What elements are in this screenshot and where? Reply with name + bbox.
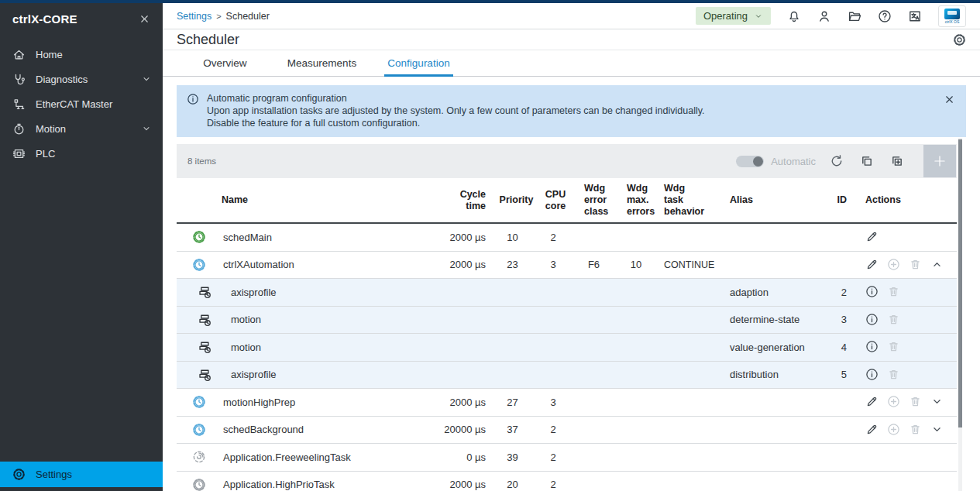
cell-alias: determine-state [722, 314, 825, 325]
cell-type-icon [177, 285, 222, 299]
table-subrow[interactable]: axisprofiledistribution5 [177, 362, 957, 390]
breadcrumb-separator: > [216, 12, 221, 21]
operating-state-dropdown[interactable]: Operating [696, 7, 771, 25]
cell-name: motionHighPrep [222, 397, 442, 408]
tab-overview[interactable]: Overview [177, 50, 273, 76]
sidebar-item-plc[interactable]: PLC [0, 141, 163, 166]
task-clock-icon [192, 423, 206, 437]
table-row[interactable]: Application.FreeweelingTask0 µs392 [177, 444, 957, 472]
cell-actions [856, 340, 957, 354]
table-row[interactable]: motionHighPrep2000 µs273 [177, 389, 957, 417]
table-subrow[interactable]: motionvalue-generation4 [177, 334, 957, 362]
language-icon[interactable] [908, 9, 922, 23]
banner-close-icon[interactable] [944, 94, 955, 105]
items-count: 8 items [187, 156, 216, 166]
top-brand-strip [0, 0, 980, 3]
cell-cpu-core: 2 [535, 424, 572, 435]
user-icon[interactable] [817, 9, 831, 23]
sidebar-item-label: EtherCAT Master [36, 98, 152, 110]
table-header-row: Name Cycle time Priority CPU core Wdg er… [177, 178, 957, 224]
banner-line: Upon app installation tasks are adjusted… [207, 105, 936, 117]
info-action-icon[interactable] [865, 368, 887, 382]
cell-id: 2 [825, 287, 856, 298]
breadcrumb: Settings > Scheduler [177, 11, 270, 22]
add-action-icon [887, 258, 909, 272]
tab-measurements[interactable]: Measurements [273, 50, 370, 76]
column-header-id: ID [825, 194, 856, 206]
column-header-wdg-error-class: Wdg error class [572, 183, 616, 218]
cell-actions [856, 395, 957, 409]
info-banner: Automatic program configuration Upon app… [177, 85, 966, 137]
copy-add-icon[interactable] [890, 154, 904, 168]
cell-priority: 27 [490, 397, 535, 408]
info-action-icon[interactable] [865, 285, 887, 299]
edit-action-icon[interactable] [865, 423, 887, 437]
vertical-scrollbar[interactable] [958, 138, 962, 491]
info-action-icon[interactable] [865, 313, 887, 327]
sidebar-item-motion[interactable]: Motion [0, 116, 163, 141]
sidebar-item-label: Diagnostics [36, 74, 141, 85]
delete-action-icon [887, 340, 909, 354]
gear-icon [12, 468, 26, 481]
table-body: schedMain2000 µs102ctrlXAutomation2000 µ… [177, 224, 957, 491]
add-task-button[interactable] [923, 145, 956, 177]
cell-type-icon [177, 368, 222, 382]
sidebar-item-home[interactable]: Home [0, 42, 163, 67]
table-subrow[interactable]: axisprofileadaption2 [177, 279, 957, 307]
cell-actions [856, 423, 957, 437]
table-toolbar: 8 items Automatic [177, 144, 957, 178]
delete-action-icon [887, 368, 909, 382]
column-header-wdg-max-errors: Wdg max. errors [616, 183, 656, 218]
edit-action-icon[interactable] [865, 395, 887, 409]
sidebar-item-label: PLC [36, 148, 152, 160]
automatic-toggle[interactable] [736, 156, 764, 167]
page-title: Scheduler [177, 32, 239, 48]
cell-actions [856, 285, 957, 299]
cell-type-icon [177, 450, 222, 464]
info-icon [187, 93, 199, 105]
edit-action-icon[interactable] [865, 230, 887, 244]
table-row[interactable]: Application.HighPrioTask2000 µs202 [177, 472, 957, 491]
cell-name: motion [222, 342, 442, 353]
task-clock-icon [192, 395, 206, 409]
info-action-icon[interactable] [865, 340, 887, 354]
sidebar-close-icon[interactable] [139, 13, 150, 25]
sidebar-item-settings[interactable]: Settings [0, 462, 163, 487]
notifications-bell-icon[interactable] [787, 9, 801, 23]
column-header-cpu-core: CPU core [535, 189, 572, 212]
cell-name: axisprofile [222, 287, 442, 298]
table-row[interactable]: ctrlXAutomation2000 µs233F610CONTINUE [177, 252, 957, 280]
tab-configuration[interactable]: Configuration [370, 50, 467, 76]
cell-alias: distribution [722, 369, 825, 380]
task-clock-icon [192, 258, 206, 272]
delete-action-icon [909, 258, 930, 272]
sidebar-item-diagnostics[interactable]: Diagnostics [0, 67, 163, 91]
copy-icon[interactable] [860, 154, 874, 168]
help-icon[interactable] [878, 9, 892, 23]
page-settings-gear-icon[interactable] [953, 33, 966, 46]
cell-id: 5 [825, 369, 856, 380]
cell-cpu-core: 2 [535, 452, 572, 463]
cell-wdg-task-behavior: CONTINUE [656, 259, 722, 270]
edit-action-icon[interactable] [865, 258, 887, 272]
delete-action-icon [887, 313, 909, 327]
cell-wdg-max-errors: 10 [616, 259, 656, 270]
refresh-icon[interactable] [830, 154, 844, 168]
chevron-down-action-icon[interactable] [930, 423, 952, 437]
cell-type-icon [177, 478, 222, 491]
cell-cpu-core: 3 [535, 397, 572, 408]
chevron-up-action-icon[interactable] [930, 258, 952, 272]
column-header-actions: Actions [856, 194, 957, 206]
sidebar-item-ethercat-master[interactable]: EtherCAT Master [0, 91, 163, 116]
cell-name: motion [222, 314, 442, 325]
file-manager-folder-icon[interactable] [848, 9, 861, 23]
chevron-down-action-icon[interactable] [930, 395, 952, 409]
cell-cpu-core: 2 [535, 232, 572, 243]
table-subrow[interactable]: motiondetermine-state3 [177, 307, 957, 335]
table-row[interactable]: schedMain2000 µs102 [177, 224, 957, 252]
ctrlx-os-logo[interactable]: ctrlX OS [938, 5, 966, 27]
scrollbar-thumb[interactable] [958, 139, 962, 427]
breadcrumb-settings-link[interactable]: Settings [177, 11, 211, 22]
cell-name: schedMain [222, 232, 442, 243]
table-row[interactable]: schedBackground20000 µs372 [177, 417, 957, 445]
